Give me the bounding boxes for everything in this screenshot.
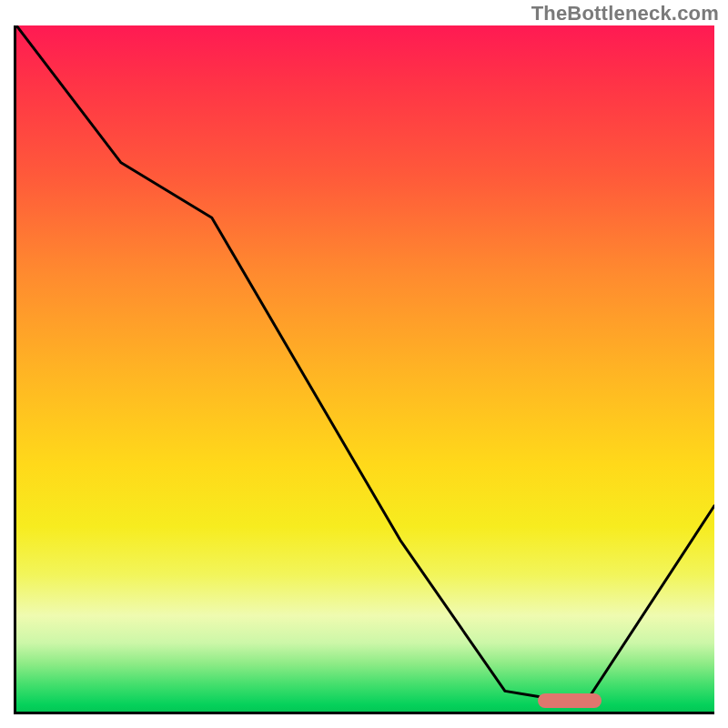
optimal-marker [538, 693, 602, 708]
watermark-text: TheBottleneck.com [531, 2, 719, 25]
plot-area [14, 25, 714, 714]
chart-container: TheBottleneck.com [0, 0, 728, 728]
gradient-background [16, 25, 714, 712]
